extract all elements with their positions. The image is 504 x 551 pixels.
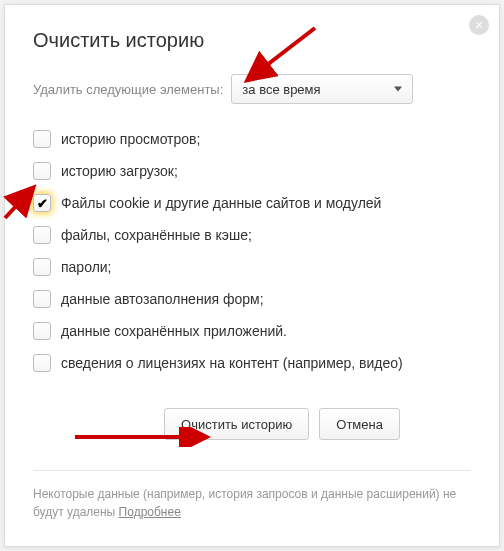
option-label: пароли; <box>61 259 112 275</box>
option-app-data[interactable]: данные сохранённых приложений. <box>33 322 471 340</box>
option-cookies[interactable]: Файлы cookie и другие данные сайтов и мо… <box>33 194 471 212</box>
checkbox[interactable] <box>33 194 51 212</box>
option-cached-files[interactable]: файлы, сохранённые в кэше; <box>33 226 471 244</box>
chevron-down-icon <box>394 87 402 92</box>
option-label: Файлы cookie и другие данные сайтов и мо… <box>61 195 381 211</box>
option-label: историю загрузок; <box>61 163 178 179</box>
footer-note: Некоторые данные (например, история запр… <box>33 470 471 521</box>
clear-history-dialog: × Очистить историю Удалить следующие эле… <box>4 4 500 547</box>
option-label: файлы, сохранённые в кэше; <box>61 227 252 243</box>
option-label: сведения о лицензиях на контент (наприме… <box>61 355 403 371</box>
checkbox[interactable] <box>33 130 51 148</box>
dialog-buttons: Очистить историю Отмена <box>93 408 471 440</box>
option-label: данные автозаполнения форм; <box>61 291 264 307</box>
option-content-licenses[interactable]: сведения о лицензиях на контент (наприме… <box>33 354 471 372</box>
svg-line-3 <box>5 190 31 218</box>
dialog-title: Очистить историю <box>33 29 471 52</box>
option-label: данные сохранённых приложений. <box>61 323 287 339</box>
checkbox[interactable] <box>33 322 51 340</box>
option-label: историю просмотров; <box>61 131 200 147</box>
option-passwords[interactable]: пароли; <box>33 258 471 276</box>
option-download-history[interactable]: историю загрузок; <box>33 162 471 180</box>
close-icon: × <box>475 17 483 33</box>
checkbox[interactable] <box>33 162 51 180</box>
footer-text: Некоторые данные (например, история запр… <box>33 487 456 519</box>
time-range-label: Удалить следующие элементы: <box>33 82 223 97</box>
cancel-button[interactable]: Отмена <box>319 408 400 440</box>
time-range-row: Удалить следующие элементы: за все время <box>33 74 471 104</box>
checkbox[interactable] <box>33 226 51 244</box>
learn-more-link[interactable]: Подробнее <box>119 505 181 519</box>
options-list: историю просмотров; историю загрузок; Фа… <box>33 130 471 372</box>
clear-history-button[interactable]: Очистить историю <box>164 408 309 440</box>
option-browsing-history[interactable]: историю просмотров; <box>33 130 471 148</box>
time-range-select[interactable]: за все время <box>231 74 413 104</box>
checkbox[interactable] <box>33 258 51 276</box>
option-autofill[interactable]: данные автозаполнения форм; <box>33 290 471 308</box>
checkbox[interactable] <box>33 354 51 372</box>
close-button[interactable]: × <box>469 15 489 35</box>
checkbox[interactable] <box>33 290 51 308</box>
time-range-value: за все время <box>242 82 320 97</box>
